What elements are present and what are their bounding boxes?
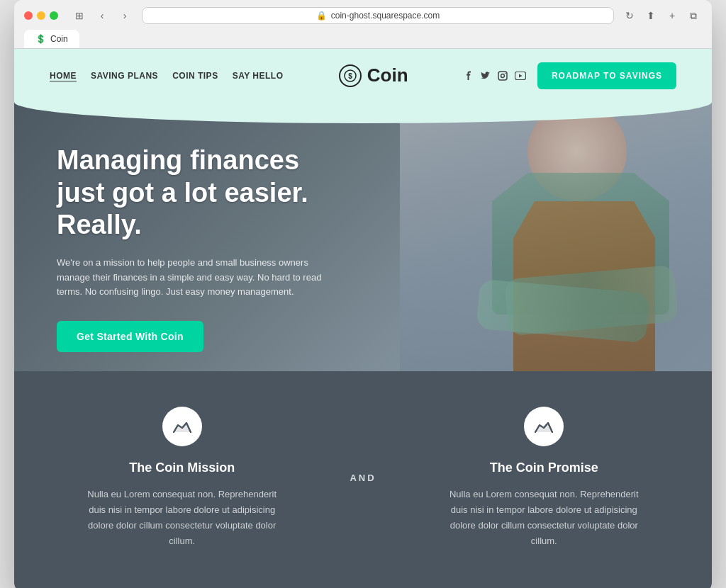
svg-point-4: [505, 72, 506, 74]
features-section: The Coin Mission Nulla eu Lorem consequa…: [14, 371, 712, 588]
feature-card-mission: The Coin Mission Nulla eu Lorem consequa…: [57, 407, 307, 549]
promise-text: Nulla eu Lorem consequat non. Reprehende…: [445, 487, 643, 549]
instagram-link[interactable]: [498, 71, 508, 81]
promise-title: The Coin Promise: [419, 460, 669, 475]
mission-icon: [162, 407, 202, 446]
browser-chrome: ⊞ ‹ › 🔒 coin-ghost.squarespace.com ↻ ⬆ +…: [14, 0, 712, 49]
browser-controls: ⊞ ‹ ›: [69, 8, 135, 23]
share-button[interactable]: ⬆: [642, 7, 659, 24]
roadmap-cta-button[interactable]: ROADMAP TO SAVINGS: [537, 62, 676, 89]
feature-card-promise: The Coin Promise Nulla eu Lorem consequa…: [419, 407, 669, 549]
social-links: [464, 71, 526, 81]
site-wrapper: HOME SAVING PLANS COIN TIPS SAY HELLO $ …: [14, 49, 712, 588]
maximize-button[interactable]: [50, 11, 58, 20]
hero-title: Managing finances just got a lot easier.…: [57, 145, 340, 242]
nav-home[interactable]: HOME: [50, 71, 77, 81]
lock-icon: 🔒: [316, 11, 327, 21]
site-logo[interactable]: $ Coin: [339, 64, 408, 87]
logo-icon: $: [339, 64, 362, 87]
hero-cta-button[interactable]: Get Started With Coin: [57, 321, 203, 352]
tab-switcher-button[interactable]: ⊞: [69, 8, 89, 23]
browser-window: ⊞ ‹ › 🔒 coin-ghost.squarespace.com ↻ ⬆ +…: [14, 0, 712, 588]
main-nav: HOME SAVING PLANS COIN TIPS SAY HELLO: [50, 71, 284, 81]
back-button[interactable]: ‹: [92, 8, 112, 23]
facebook-link[interactable]: [464, 71, 474, 81]
url-text: coin-ghost.squarespace.com: [331, 11, 440, 21]
twitter-link[interactable]: [481, 72, 491, 80]
site-header: HOME SAVING PLANS COIN TIPS SAY HELLO $ …: [14, 49, 712, 102]
header-right: ROADMAP TO SAVINGS: [464, 62, 676, 89]
nav-say-hello[interactable]: SAY HELLO: [233, 71, 284, 81]
address-bar[interactable]: 🔒 coin-ghost.squarespace.com: [142, 7, 614, 24]
logo-text: Coin: [367, 64, 408, 86]
hero-section: Managing finances just got a lot easier.…: [14, 102, 712, 371]
mission-text: Nulla eu Lorem consequat non. Reprehende…: [83, 487, 281, 549]
reload-button[interactable]: ↻: [621, 7, 638, 24]
traffic-lights: [24, 11, 58, 20]
tab-favicon: 💲: [35, 34, 46, 44]
hero-image: [357, 102, 712, 371]
tabs-button[interactable]: ⧉: [685, 7, 702, 24]
hero-subtitle: We're on a mission to help people and sm…: [57, 256, 326, 300]
nav-coin-tips[interactable]: COIN TIPS: [172, 71, 218, 81]
forward-button[interactable]: ›: [115, 8, 135, 23]
mission-title: The Coin Mission: [57, 460, 307, 475]
minimize-button[interactable]: [37, 11, 45, 20]
tab-title: Coin: [50, 34, 68, 44]
features-divider: AND: [335, 473, 390, 483]
close-button[interactable]: [24, 11, 33, 20]
hero-content: Managing finances just got a lot easier.…: [14, 102, 383, 371]
nav-saving-plans[interactable]: SAVING PLANS: [91, 71, 158, 81]
youtube-link[interactable]: [515, 72, 526, 80]
active-tab[interactable]: 💲 Coin: [24, 30, 79, 48]
svg-text:$: $: [348, 72, 352, 80]
new-tab-button[interactable]: +: [664, 7, 681, 24]
browser-action-buttons: ↻ ⬆ + ⧉: [621, 7, 702, 24]
svg-rect-2: [498, 72, 507, 80]
promise-icon: [524, 407, 564, 446]
svg-point-3: [501, 74, 504, 77]
